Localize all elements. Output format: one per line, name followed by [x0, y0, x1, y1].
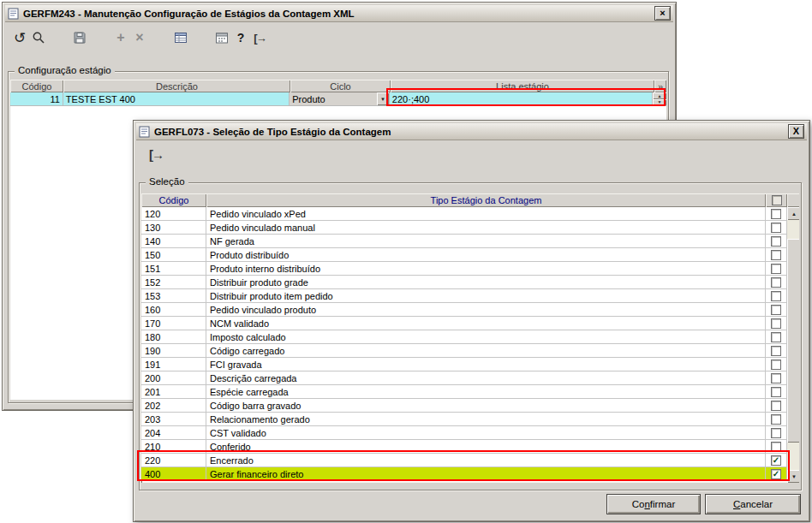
refresh-icon[interactable]: ↺ — [10, 28, 29, 47]
vertical-scrollbar[interactable]: ▲ ▼ — [787, 193, 799, 483]
col-header-lista-estagio[interactable]: Lista estágio — [391, 80, 654, 92]
col-header-ciclo[interactable]: Ciclo — [290, 80, 391, 92]
selection-row-120[interactable]: 120Pedido vinculado xPed — [141, 207, 787, 221]
row-checkbox[interactable] — [771, 332, 781, 342]
selection-row-180[interactable]: 180Imposto calculado — [141, 330, 787, 344]
lista-estagio-cell[interactable]: 220·;400 — [390, 92, 653, 105]
selection-row-160[interactable]: 160Pedido vinculado produto — [141, 303, 787, 317]
col-header-checkbox[interactable] — [766, 193, 787, 207]
window1-close-button[interactable]: × — [654, 6, 671, 21]
confirmar-label-pre: Co — [632, 499, 645, 509]
selection-row-140[interactable]: 140NF gerada — [141, 235, 787, 248]
cell-tipo-estagio: Relacionamento gerado — [206, 413, 766, 425]
mini-scroll-down-icon[interactable]: ▼ — [653, 99, 666, 106]
row-checkbox[interactable] — [771, 346, 781, 356]
cell-checkbox — [766, 358, 787, 371]
row-checkbox[interactable] — [771, 414, 781, 425]
selection-row-152[interactable]: 152Distribuir produto grade — [141, 276, 787, 289]
search-icon[interactable] — [29, 28, 48, 47]
row-checkbox[interactable] — [771, 401, 781, 411]
cell-checkbox — [766, 413, 787, 425]
screen: GERFM243 - Manutenção Configuração de Es… — [0, 0, 812, 523]
col-header-extra: » — [654, 80, 666, 92]
row-checkbox[interactable]: ✓ — [771, 455, 781, 466]
row-checkbox[interactable] — [771, 373, 781, 383]
selection-row-170[interactable]: 170NCM validado — [141, 317, 787, 330]
selection-row-220[interactable]: 220Encerrado✓ — [141, 454, 787, 467]
row-checkbox[interactable] — [771, 277, 781, 288]
row-checkbox[interactable] — [771, 209, 781, 219]
cell-codigo: 201 — [141, 385, 206, 398]
cell-checkbox — [766, 207, 787, 220]
calendar-icon[interactable] — [212, 28, 231, 47]
col-header-tipo-estagio[interactable]: Tipo Estágio da Contagem — [206, 193, 766, 207]
window2-toolbar: [→ — [136, 141, 807, 167]
selection-row-151[interactable]: 151Produto interno distribuído — [141, 262, 787, 276]
confirmar-button[interactable]: Confirmar — [606, 494, 701, 514]
selection-row-204[interactable]: 204CST validado — [141, 426, 787, 440]
cancelar-button[interactable]: Cancelar — [705, 494, 801, 514]
row-checkbox[interactable]: ✓ — [771, 469, 781, 479]
row-checkbox[interactable] — [771, 223, 781, 233]
col-header-codigo[interactable]: Código — [141, 193, 206, 207]
row-checkbox[interactable] — [771, 318, 781, 329]
selection-row-201[interactable]: 201Espécie carregada — [141, 385, 787, 399]
mini-scroll-up-icon[interactable]: ▲ — [653, 92, 666, 99]
col-header-codigo[interactable]: Código — [10, 80, 63, 92]
browse-grid-icon[interactable] — [171, 28, 190, 47]
selection-row-203[interactable]: 203Relacionamento gerado — [141, 413, 787, 426]
cell-tipo-estagio: Pedido vinculado xPed — [206, 207, 766, 220]
select-all-checkbox-icon[interactable] — [772, 195, 782, 205]
cell-tipo-estagio: Distribuir produto grade — [206, 276, 766, 288]
selection-row-150[interactable]: 150Produto distribuído — [141, 248, 787, 262]
save-icon[interactable] — [70, 28, 89, 47]
groupbox2-label: Seleção — [146, 176, 188, 187]
cell-tipo-estagio: NF gerada — [206, 235, 766, 247]
cell-codigo: 204 — [141, 426, 206, 439]
scroll-up-icon[interactable]: ▲ — [787, 207, 799, 220]
row-mini-scroll[interactable]: ▲ ▼ — [653, 92, 666, 105]
row-checkbox[interactable] — [771, 264, 781, 274]
cell-codigo: 130 — [141, 221, 206, 234]
exit-glyph: [→ — [254, 32, 265, 45]
confirmar-label-post: firmar — [650, 499, 675, 509]
selection-row-191[interactable]: 191FCI gravada — [141, 358, 787, 371]
scroll-down-icon[interactable]: ▼ — [787, 470, 799, 483]
selection-row-130[interactable]: 130Pedido vinculado manual — [141, 221, 787, 235]
scrollbar-thumb[interactable] — [787, 239, 799, 443]
row-checkbox[interactable] — [771, 291, 781, 301]
cell-codigo: 120 — [141, 207, 206, 220]
window1-titlebar[interactable]: GERFM243 - Manutenção Configuração de Es… — [5, 5, 673, 22]
window1-title: GERFM243 - Manutenção Configuração de Es… — [23, 9, 651, 19]
cell-checkbox — [766, 262, 787, 275]
ciclo-combobox[interactable]: Produto ▼ — [290, 92, 390, 105]
window2-titlebar[interactable]: GERFL073 - Seleção de Tipo Estágio da Co… — [136, 123, 807, 140]
delete-icon[interactable]: × — [130, 28, 149, 47]
selection-row-202[interactable]: 202Código barra gravado — [141, 399, 787, 413]
selection-row-190[interactable]: 190Código carregado — [141, 344, 787, 358]
col-header-descricao[interactable]: Descrição — [63, 80, 290, 92]
row-checkbox[interactable] — [771, 305, 781, 315]
exit-icon[interactable]: [→ — [146, 145, 165, 163]
row-checkbox[interactable] — [771, 360, 781, 370]
row-checkbox[interactable] — [771, 236, 781, 247]
row-checkbox[interactable] — [771, 442, 781, 452]
add-icon[interactable]: + — [111, 28, 130, 47]
form-icon — [139, 126, 151, 138]
cell-checkbox — [766, 289, 787, 302]
selection-row-153[interactable]: 153Distribuir produto item pedido — [141, 289, 787, 303]
config-grid-row[interactable]: 11 TESTE EST 400 Produto ▼ 220·;400 ▲ ▼ — [10, 92, 666, 106]
selection-grid: Código Tipo Estágio da Contagem 120Pedid… — [141, 193, 799, 483]
window2-close-button[interactable]: X — [788, 124, 804, 139]
row-checkbox[interactable] — [771, 250, 781, 260]
selection-row-200[interactable]: 200Descrição carregada — [141, 371, 787, 385]
row-checkbox[interactable] — [771, 428, 781, 438]
row-checkbox[interactable] — [771, 387, 781, 397]
dropdown-arrow-icon[interactable]: ▼ — [377, 92, 389, 105]
selection-row-400[interactable]: 400Gerar financeiro direto✓ — [141, 467, 787, 481]
selection-row-210[interactable]: 210Conferido — [141, 440, 787, 454]
help-icon[interactable]: ? — [231, 28, 250, 47]
cell-checkbox — [766, 426, 787, 439]
exit-icon[interactable]: [→ — [250, 28, 269, 47]
scrollbar-track[interactable] — [787, 220, 799, 470]
